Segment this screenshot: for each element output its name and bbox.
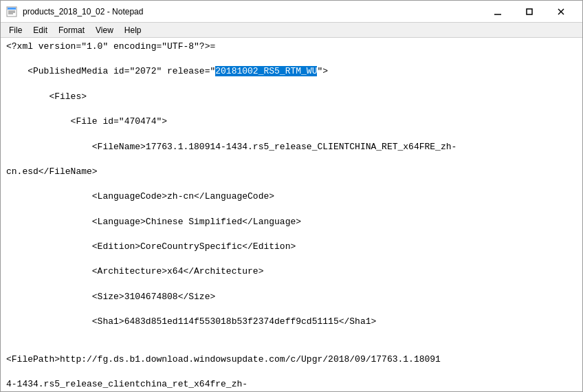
highlighted-text: 20181002_RS5_RTM_WU [215, 66, 317, 76]
line-6: cn.esd</FileName> [6, 166, 577, 178]
svg-rect-1 [8, 8, 16, 10]
line-7: <LanguageCode>zh-cn</LanguageCode> [6, 190, 577, 203]
title-bar: products_2018_10_02 - Notepad [1, 1, 582, 23]
window-controls [482, 1, 577, 23]
menu-file[interactable]: File [3, 23, 28, 37]
line-14: <FilePath>http://fg.ds.b1.download.windo… [6, 353, 577, 366]
line-15: 4-1434.rs5_release_clientchina_ret_x64fr… [6, 378, 577, 391]
editor-content: <?xml version="1.0" encoding="UTF-8"?>= … [1, 38, 582, 391]
line-11: <Size>3104674808</Size> [6, 291, 577, 303]
line-1: <?xml version="1.0" encoding="UTF-8"?>= [6, 41, 577, 53]
app-icon [6, 6, 17, 17]
line-3: <Files> [6, 91, 577, 103]
minimize-button[interactable] [482, 1, 514, 23]
text-editor[interactable]: <?xml version="1.0" encoding="UTF-8"?>= … [1, 38, 582, 391]
line-9: <Edition>CoreCountrySpecific</Edition> [6, 241, 577, 253]
window-title: products_2018_10_02 - Notepad [23, 7, 482, 17]
notepad-window: products_2018_10_02 - Notepad File Edit … [0, 0, 583, 392]
line-4: <File id="470474"> [6, 116, 577, 128]
line-12: <Sha1>6483d851ed114f553018b53f2374deff9c… [6, 316, 577, 328]
menu-view[interactable]: View [90, 23, 119, 37]
menu-help[interactable]: Help [119, 23, 147, 37]
svg-rect-6 [527, 9, 532, 14]
line-2: <PublishedMedia id="2072" release="20181… [6, 65, 577, 78]
menu-format[interactable]: Format [53, 23, 90, 37]
menu-bar: File Edit Format View Help [1, 23, 582, 38]
close-button[interactable] [545, 1, 577, 23]
line-5: <FileName>17763.1.180914-1434.rs5_releas… [6, 141, 577, 153]
line-8: <Language>Chinese Simplified</Language> [6, 216, 577, 228]
maximize-button[interactable] [514, 1, 545, 23]
menu-edit[interactable]: Edit [28, 23, 53, 37]
line-10: <Architecture>x64</Architecture> [6, 265, 577, 278]
